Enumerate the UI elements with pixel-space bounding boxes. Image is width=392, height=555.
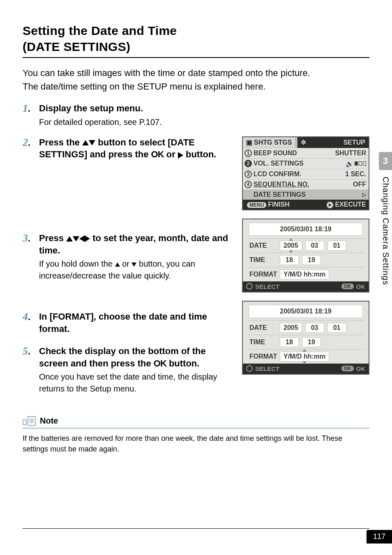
- lcd-setup-menu: ▣SHTG STGS ✲ SETUP 1BEEP SOUND SHUTTER 2…: [242, 136, 369, 210]
- time-row: TIME 18 19: [247, 253, 364, 267]
- menu-row-seq[interactable]: 4SEQUENTIAL NO. OFF: [243, 179, 369, 189]
- circled-3-icon: 3: [244, 170, 252, 178]
- intro-line1: You can take still images with the time …: [23, 68, 310, 78]
- page-title: Setting the Date and Time (DATE SETTINGS…: [23, 23, 369, 58]
- step-3: 3. Press to set the year, month, date an…: [23, 232, 235, 282]
- year-field[interactable]: 2005: [280, 241, 302, 251]
- intro-line2: The date/time setting on the SETUP menu …: [23, 81, 266, 92]
- triangle-right-icon: ▷: [362, 192, 366, 198]
- lcd-date-panel-2: 2005/03/01 18:19 DATE 2005 03 01 TIME 18…: [242, 301, 369, 375]
- month-field[interactable]: 03: [305, 323, 324, 333]
- ok-glyph: OK: [154, 358, 166, 368]
- footer-rule: [23, 528, 369, 529]
- menu-row-vol[interactable]: 2VOL. SETTINGS 🔈: [243, 158, 369, 169]
- menu-row-date-settings[interactable]: DATE SETTINGS ▷: [243, 189, 369, 200]
- date-row: DATE 2005 03 01: [247, 320, 364, 335]
- menu-row-beep[interactable]: 1BEEP SOUND SHUTTER: [243, 148, 369, 158]
- triangle-left-icon: [79, 235, 85, 242]
- camera-icon: ▣: [246, 138, 252, 146]
- lcd-date-foot: SELECT OK OK: [243, 281, 369, 292]
- step-2-number: 2.: [23, 136, 39, 162]
- play-icon: [327, 202, 333, 208]
- minute-field[interactable]: 19: [302, 337, 321, 347]
- ok-pill: OK: [341, 366, 354, 371]
- lcd-date-title: 2005/03/01 18:19: [249, 305, 363, 318]
- format-row: FORMAT Y/M/D hh:mm: [247, 267, 364, 281]
- step-1-number: 1.: [23, 102, 39, 128]
- lcd-tab-shtg[interactable]: ▣SHTG STGS: [243, 137, 295, 148]
- step-1-desc: For detailed operation, see P.107.: [39, 116, 369, 128]
- hour-field[interactable]: 18: [280, 255, 299, 265]
- time-row: TIME 18 19: [247, 335, 364, 349]
- hour-field[interactable]: 18: [280, 337, 299, 347]
- step-4-title: In [FORMAT], choose the date and time fo…: [39, 311, 235, 335]
- note-block: Note If the batteries are removed for mo…: [23, 415, 369, 454]
- format-row: FORMAT Y/M/D hh:mm: [247, 349, 364, 364]
- wrench-icon: ✲: [301, 138, 306, 146]
- lcd-tab-setup[interactable]: SETUP: [340, 137, 369, 148]
- menu-pill: MENU: [247, 202, 266, 208]
- page-number: 117: [367, 530, 392, 543]
- minute-field[interactable]: 19: [302, 255, 321, 265]
- lcd-footbar: MENUFINISH EXECUTE: [243, 200, 369, 210]
- nav-circle-icon: [246, 283, 253, 290]
- step-5: 5. Check the display on the bottom of th…: [23, 345, 235, 395]
- step-2-title: Press the button to select [DATE SETTING…: [39, 136, 235, 161]
- lcd-date-foot: SELECT OK OK: [243, 364, 369, 374]
- chapter-label: Changing Camera Settings: [381, 177, 390, 285]
- triangle-down-icon: [73, 236, 79, 242]
- triangle-up-icon: [82, 140, 89, 145]
- step-2: 2. Press the button to select [DATE SETT…: [23, 136, 235, 162]
- volume-bars-icon: 🔈: [346, 160, 366, 168]
- circled-2-icon: 2: [244, 160, 252, 167]
- lcd-date-title: 2005/03/01 18:19: [249, 223, 363, 236]
- step-1-title: Display the setup menu.: [39, 102, 369, 115]
- ok-pill: OK: [341, 283, 354, 289]
- heading-line2: (DATE SETTINGS): [23, 40, 130, 53]
- format-field[interactable]: Y/M/D hh:mm: [280, 269, 329, 279]
- step-5-desc: Once you have set the date and time, the…: [39, 371, 235, 395]
- step-3-desc: If you hold down the or button, you can …: [39, 258, 235, 282]
- note-text: If the batteries are removed for more th…: [23, 433, 369, 454]
- heading-line1: Setting the Date and Time: [23, 24, 177, 37]
- year-field[interactable]: 2005: [280, 323, 302, 333]
- step-4-number: 4.: [23, 311, 39, 336]
- triangle-up-icon: [115, 263, 120, 267]
- step-5-number: 5.: [23, 345, 39, 395]
- step-4: 4. In [FORMAT], choose the date and time…: [23, 311, 235, 336]
- format-field[interactable]: Y/M/D hh:mm: [280, 352, 329, 362]
- triangle-up-icon: [66, 236, 73, 242]
- circled-1-icon: 1: [244, 150, 252, 157]
- step-3-number: 3.: [23, 232, 39, 282]
- month-field[interactable]: 03: [305, 241, 324, 251]
- triangle-right-icon: [178, 152, 183, 159]
- lcd-tabbar: ▣SHTG STGS ✲ SETUP: [243, 137, 369, 148]
- triangle-down-icon: [131, 263, 136, 267]
- day-field[interactable]: 01: [327, 323, 346, 333]
- date-row: DATE 2005 03 01: [247, 238, 364, 253]
- note-label: Note: [40, 416, 58, 426]
- triangle-right-icon: [85, 235, 90, 242]
- step-1: 1. Display the setup menu. For detailed …: [23, 102, 369, 128]
- step-3-title: Press to set the year, month, date and t…: [39, 232, 235, 256]
- circled-4-icon: 4: [244, 181, 252, 188]
- step-5-title: Check the display on the bottom of the s…: [39, 345, 235, 369]
- ok-glyph: OK: [151, 149, 164, 159]
- triangle-down-icon: [89, 140, 95, 145]
- note-icon: [23, 415, 37, 426]
- intro-text: You can take still images with the time …: [23, 66, 369, 93]
- chapter-tab: 3: [379, 152, 392, 170]
- nav-circle-icon: [246, 365, 253, 372]
- menu-row-lcd[interactable]: 3LCD CONFIRM. 1 SEC.: [243, 169, 369, 179]
- day-field[interactable]: 01: [327, 241, 346, 251]
- lcd-tab-mode[interactable]: ✲: [297, 137, 309, 148]
- lcd-date-panel-1: 2005/03/01 18:19 DATE 2005 03 01 TIME 18…: [242, 219, 369, 292]
